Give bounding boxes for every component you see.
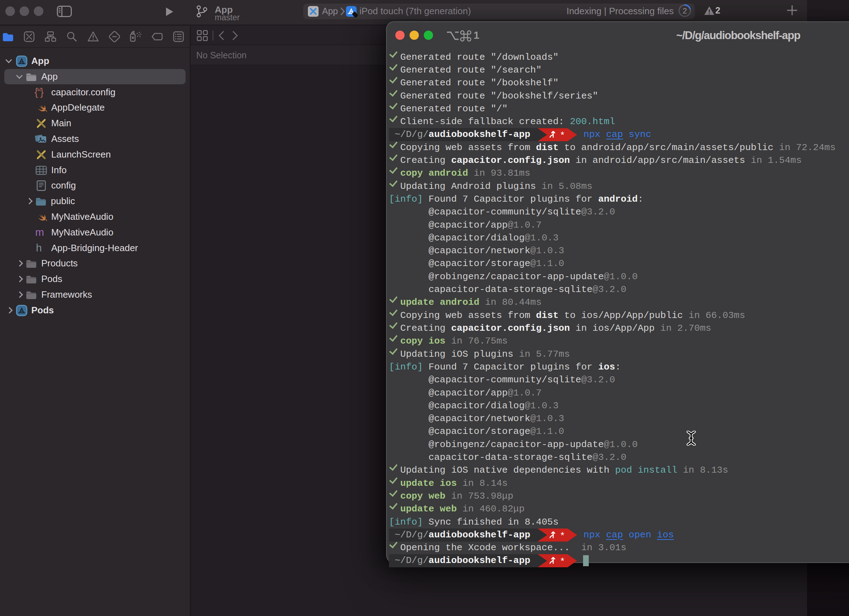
svg-text:2: 2 — [683, 6, 687, 15]
